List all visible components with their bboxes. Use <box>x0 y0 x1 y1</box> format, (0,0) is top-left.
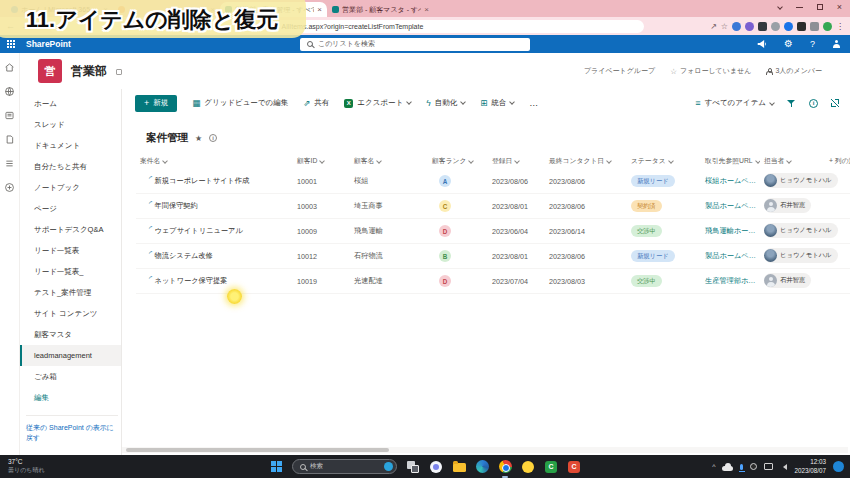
account-icon[interactable] <box>832 40 840 48</box>
mic-extension-icon[interactable] <box>732 22 741 31</box>
browser-tab[interactable]: 営業部 - 顧客マスタ - すべてのアイテ × <box>327 2 434 17</box>
extension-purple-icon[interactable] <box>745 22 754 31</box>
column-header[interactable]: 登録日 <box>488 156 545 166</box>
column-header[interactable]: + 列の追加 <box>825 156 850 166</box>
account-reference-link[interactable]: 飛鳥運輸ホームページ <box>701 226 760 236</box>
command-item[interactable]: ϟ 自動化 <box>426 98 465 108</box>
onedrive-cloud-icon[interactable] <box>722 466 733 471</box>
extension-u-icon[interactable] <box>771 22 780 31</box>
column-header[interactable]: 案件名 <box>136 156 293 166</box>
account-reference-link[interactable]: 桜組ホームページ <box>701 176 760 186</box>
minimize-button[interactable] <box>796 7 803 8</box>
news-icon[interactable] <box>4 110 15 121</box>
column-header[interactable]: 顧客名 <box>350 156 428 166</box>
chrome-icon[interactable] <box>498 460 512 474</box>
table-row[interactable]: ↗物流システム改修 10012 石狩物流 B 2023/08/01 2023/0… <box>136 244 850 269</box>
nav-item[interactable]: ノートブック <box>20 177 121 198</box>
column-header[interactable]: 最終コンタクト日 <box>545 156 627 166</box>
nav-item[interactable]: 自分たちと共有 <box>20 156 121 177</box>
task-view-icon[interactable] <box>406 460 420 474</box>
tab-close-icon[interactable]: × <box>424 5 429 14</box>
nav-item[interactable]: ホーム <box>20 93 121 114</box>
account-reference-link[interactable]: 製品ホームページ <box>701 251 760 261</box>
cell-case-name[interactable]: ↗ウェブサイトリニューアル <box>136 226 293 236</box>
menu-kebab-icon[interactable]: ⋮ <box>836 22 844 31</box>
nav-item[interactable]: テスト_案件管理 <box>20 282 121 303</box>
command-item[interactable]: ⊞ 統合 <box>480 98 514 108</box>
follow-button[interactable]: ☆フォローしていません <box>670 66 751 76</box>
owner-chip[interactable]: 石井智恵 <box>764 273 811 288</box>
owner-chip[interactable]: ヒョウノモトハル <box>764 223 838 238</box>
owner-chip[interactable]: 石井智恵 <box>764 198 811 213</box>
nav-item[interactable]: リード一覧表 <box>20 240 121 261</box>
table-row[interactable]: ↗ウェブサイトリニューアル 10009 飛鳥運輸 D 2023/06/04 20… <box>136 219 850 244</box>
nav-item[interactable]: 編集 <box>20 387 121 408</box>
nav-item[interactable]: スレッド <box>20 114 121 135</box>
cell-case-name[interactable]: ↗年間保守契約 <box>136 201 293 211</box>
new-item-button[interactable]: + 新規 <box>135 95 177 112</box>
info-icon[interactable]: i <box>809 99 818 108</box>
nav-item[interactable]: サポートデスクQ&A <box>20 219 121 240</box>
share-icon[interactable]: ↗ <box>710 22 717 31</box>
notification-icon[interactable] <box>833 461 844 472</box>
profile-avatar[interactable] <box>823 22 832 31</box>
speaker-icon[interactable] <box>780 464 787 470</box>
site-logo[interactable]: 営 <box>38 59 62 83</box>
taskbar-clock[interactable]: 12:03 2023/08/07 <box>794 458 826 475</box>
help-icon[interactable]: ? <box>810 40 815 49</box>
more-commands-button[interactable]: … <box>529 98 539 108</box>
nav-item[interactable]: ごみ箱 <box>20 366 121 387</box>
app-launcher-icon[interactable] <box>7 40 15 48</box>
nav-item[interactable]: リード一覧表_ <box>20 261 121 282</box>
account-reference-link[interactable]: 生産管理部ホームペー <box>701 276 760 286</box>
column-header[interactable]: 顧客ID <box>293 156 350 166</box>
tab-close-icon[interactable]: × <box>317 5 322 14</box>
chat-icon[interactable] <box>429 460 443 474</box>
gear-icon[interactable]: ⚙ <box>784 39 793 49</box>
microphone-icon[interactable] <box>740 464 743 470</box>
horizontal-scrollbar[interactable] <box>122 447 848 453</box>
list-info-icon[interactable]: i <box>209 134 217 142</box>
column-header[interactable]: 担当者 <box>760 156 825 166</box>
extension-blue-icon[interactable] <box>784 22 793 31</box>
edge-icon[interactable] <box>475 460 489 474</box>
fullscreen-icon[interactable] <box>831 99 839 107</box>
command-item[interactable]: X エクスポート <box>344 98 411 108</box>
table-row[interactable]: ↗年間保守契約 10003 埼玉商事 C 2023/08/01 2023/08/… <box>136 194 850 219</box>
classic-sharepoint-link[interactable]: 従来の SharePoint の表示に戻す <box>26 415 118 442</box>
chevron-up-icon[interactable]: ^ <box>712 463 715 470</box>
taskbar-search-input[interactable]: 検索 <box>292 459 397 474</box>
list-icon[interactable] <box>4 158 15 169</box>
cell-case-name[interactable]: ↗物流システム改修 <box>136 251 293 261</box>
command-item[interactable]: ⇗ 共有 <box>303 98 329 108</box>
column-header[interactable]: 取引先参照URL <box>701 156 760 166</box>
app-yellow-icon[interactable] <box>521 460 535 474</box>
megaphone-icon[interactable] <box>757 39 767 49</box>
nav-item[interactable]: leadmanagement <box>20 345 121 366</box>
site-name[interactable]: 営業部 <box>71 63 107 80</box>
close-button[interactable]: × <box>837 2 842 12</box>
globe-icon[interactable] <box>4 86 15 97</box>
app-red-c-icon[interactable]: C <box>567 460 581 474</box>
command-item[interactable]: ▦ グリッドビューでの編集 <box>192 98 288 108</box>
nav-item[interactable]: ドキュメント <box>20 135 121 156</box>
extension-dark-icon[interactable] <box>758 22 767 31</box>
table-row[interactable]: ↗新規コーポレートサイト作成 10001 桜組 A 2023/08/06 202… <box>136 169 850 194</box>
record-icon[interactable] <box>750 463 757 470</box>
side-panel-icon[interactable] <box>810 22 819 31</box>
account-reference-link[interactable]: 製品ホームページ <box>701 201 760 211</box>
cell-case-name[interactable]: ↗新規コーポレートサイト作成 <box>136 176 293 186</box>
scrollbar-thumb[interactable] <box>126 448 389 452</box>
nav-item[interactable]: 顧客マスタ <box>20 324 121 345</box>
maximize-button[interactable] <box>817 4 823 10</box>
favorite-star-icon[interactable]: ★ <box>195 134 202 143</box>
create-plus-icon[interactable] <box>4 182 15 193</box>
list-search-input[interactable]: このリストを検索 <box>300 38 530 51</box>
view-selector[interactable]: ≡ すべてのアイテム <box>695 98 774 108</box>
file-explorer-icon[interactable] <box>452 460 466 474</box>
monitor-icon[interactable] <box>764 463 773 470</box>
nav-item[interactable]: サイト コンテンツ <box>20 303 121 324</box>
members-button[interactable]: 3人のメンバー <box>766 66 822 76</box>
nav-item[interactable]: ページ <box>20 198 121 219</box>
app-green-c-icon[interactable]: C <box>544 460 558 474</box>
